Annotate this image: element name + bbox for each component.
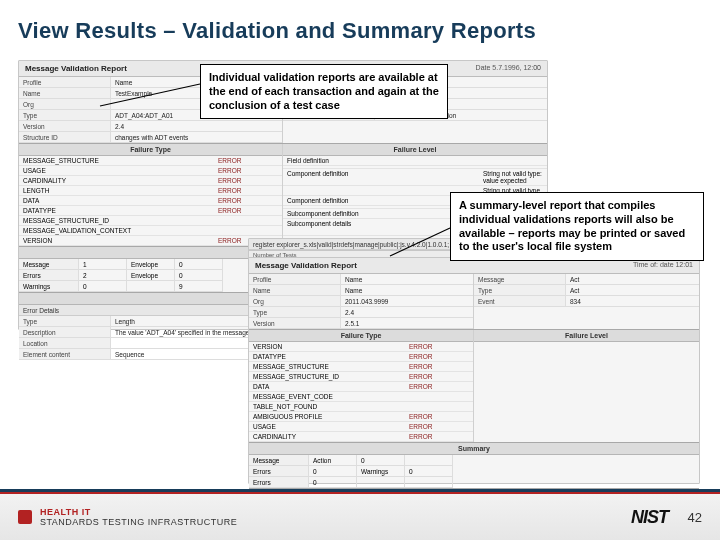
label: Errors [19, 270, 79, 281]
ft: USAGE [23, 167, 218, 174]
value: 9 [175, 281, 223, 292]
failure-type-header-b: Failure Type [249, 330, 473, 342]
ft: DATA [23, 197, 218, 204]
report-b-title: Message Validation Report [255, 261, 357, 270]
label: Type [249, 307, 341, 318]
value [127, 281, 175, 292]
validation-report-b: register explorer_s.xls|valid|strdefs|ma… [248, 238, 700, 484]
callout-summary-report: A summary-level report that compiles ind… [450, 192, 704, 261]
label: Name [19, 88, 111, 99]
ft: CARDINALITY [23, 177, 218, 184]
failure-level-header-b: Failure Level [474, 330, 699, 342]
value: 834 [566, 296, 699, 307]
value: 2 [79, 270, 127, 281]
label: Profile [19, 77, 111, 88]
fl [409, 403, 469, 410]
slide-footer: HEALTH IT STANDARDS TESTING INFRASTRUCTU… [0, 489, 720, 540]
value: 0 [357, 455, 405, 466]
value: Act [566, 285, 699, 296]
ft: TABLE_NOT_FOUND [253, 403, 409, 410]
ft: MESSAGE_EVENT_CODE [253, 393, 409, 400]
ft: MESSAGE_STRUCTURE [253, 363, 409, 370]
fl: ERROR [218, 157, 278, 164]
fl: ERROR [409, 373, 469, 380]
failure-list-left: MESSAGE_STRUCTUREERROR USAGEERROR CARDIN… [19, 156, 282, 246]
value: changes with ADT events [111, 132, 282, 143]
ft: VERSION [23, 237, 218, 244]
fl [409, 393, 469, 400]
label: Errors [249, 466, 309, 477]
value: 0 [175, 259, 223, 270]
failure-type-header: Failure Type [19, 144, 282, 156]
ft: Component definition [287, 170, 483, 184]
fl: ERROR [218, 197, 278, 204]
ft: DATATYPE [253, 353, 409, 360]
value: 0 [309, 466, 357, 477]
fl: ERROR [218, 207, 278, 214]
fl: ERROR [409, 363, 469, 370]
value: Action [309, 455, 357, 466]
label: Element content [19, 349, 111, 360]
ft: DATATYPE [23, 207, 218, 214]
label: Message [19, 259, 79, 270]
fl [483, 157, 543, 164]
label: Description [19, 327, 111, 338]
value: Warnings [357, 466, 405, 477]
value: Name [341, 274, 473, 285]
value: 0 [175, 270, 223, 281]
ft: MESSAGE_STRUCTURE_ID [253, 373, 409, 380]
fl: ERROR [409, 433, 469, 440]
report-b-profile: ProfileName NameName Org2011.043.9999 Ty… [249, 274, 473, 329]
brand-line-1: HEALTH IT [40, 507, 91, 517]
value [405, 455, 453, 466]
value: 0 [309, 477, 357, 488]
svg-line-1 [390, 228, 450, 256]
label: Org [19, 99, 111, 110]
value: Envelope [127, 259, 175, 270]
report-b-msg: MessageAct TypeAct Event834 [474, 274, 699, 307]
value: Act [566, 274, 699, 285]
value: 2011.043.9999 [341, 296, 473, 307]
summary-header-b: Summary [249, 443, 699, 455]
ft: USAGE [253, 423, 409, 430]
fl: ERROR [218, 167, 278, 174]
page-number: 42 [678, 510, 702, 525]
fl: ERROR [409, 343, 469, 350]
label: Org [249, 296, 341, 307]
value: Name [341, 285, 473, 296]
value: 0 [79, 281, 127, 292]
report-a-date: Date 5.7.1996, 12:00 [476, 64, 541, 73]
ft: MESSAGE_VALIDATION_CONTEXT [23, 227, 218, 234]
value: 2.4 [341, 307, 473, 318]
fl: ERROR [409, 353, 469, 360]
svg-line-0 [100, 84, 200, 106]
label: Version [19, 121, 111, 132]
value [357, 477, 405, 488]
fl: ERROR [409, 383, 469, 390]
ft: AMBIGUOUS PROFILE [253, 413, 409, 420]
fl: ERROR [218, 177, 278, 184]
label: Warnings [19, 281, 79, 292]
fl [218, 217, 278, 224]
value [405, 477, 453, 488]
summary-grid-b: MessageAction0 Errors0Warnings0 Errors0 [249, 455, 699, 488]
label: Structure ID [19, 132, 111, 143]
label: Type [19, 316, 111, 327]
label: Errors [249, 477, 309, 488]
report-b-date: Time of: date 12:01 [633, 261, 693, 270]
value: 2.4 [111, 121, 282, 132]
failure-list-b: VERSIONERROR DATATYPEERROR MESSAGE_STRUC… [249, 342, 473, 442]
label: Message [249, 455, 309, 466]
nist-logo: NIST [631, 507, 668, 528]
fl: ERROR [218, 187, 278, 194]
brand-line-2: STANDARDS TESTING INFRASTRUCTURE [40, 517, 237, 527]
label: Name [249, 285, 341, 296]
label: Version [249, 318, 341, 329]
value: Envelope [127, 270, 175, 281]
callout-a-pointer [100, 80, 210, 110]
label: Profile [249, 274, 341, 285]
label: Message [474, 274, 566, 285]
fl: ERROR [409, 413, 469, 420]
ft: CARDINALITY [253, 433, 409, 440]
label: Event [474, 296, 566, 307]
